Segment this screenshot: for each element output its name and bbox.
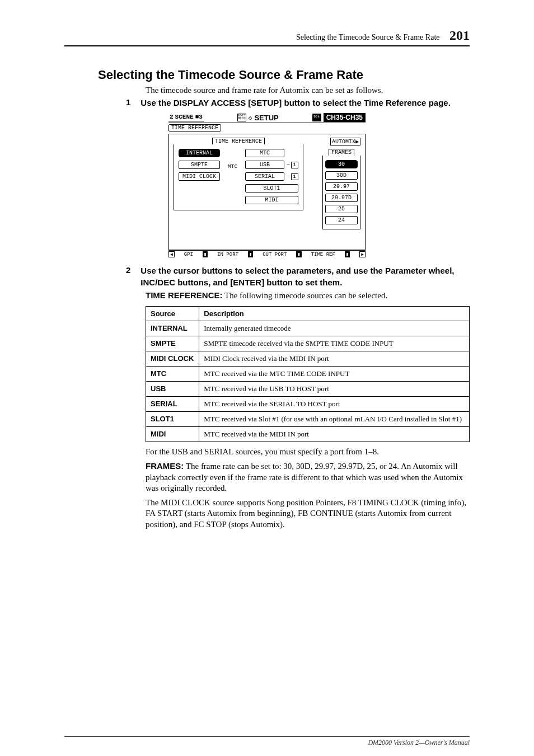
- intro-text: The timecode source and frame rate for A…: [146, 86, 470, 95]
- lcd-channel-label: CH35-CH35: [324, 113, 366, 122]
- desc-midi-clock: MIDI Clock received via the MIDI IN port: [199, 351, 470, 366]
- lcd-src-mtc[interactable]: MTC: [245, 149, 284, 157]
- step-1-number: 1: [126, 97, 130, 109]
- lcd-setup-diamond: ◇: [249, 114, 252, 121]
- lcd-top-tab: TIME REFERENCE: [168, 124, 221, 132]
- table-row: MIDIMTC received via the MIDI IN port: [146, 426, 470, 442]
- lcd-src-midi[interactable]: MIDI: [245, 196, 298, 204]
- src-midi: MIDI: [146, 426, 199, 442]
- table-row: INTERNALInternally generated timecode: [146, 321, 470, 336]
- post-table-note: For the USB and SERIAL sources, you must…: [146, 447, 470, 458]
- desc-usb: MTC received via the USB TO HOST port: [199, 381, 470, 396]
- source-table: Source Description INTERNALInternally ge…: [146, 306, 470, 442]
- edit-midi-icon: EDITMIDI: [237, 114, 246, 121]
- lcd-usb-port: ┄1: [287, 162, 298, 168]
- desc-smpte: SMPTE timecode received via the SMPTE TI…: [199, 336, 470, 351]
- page-title: Selecting the Timecode Source & Frame Ra…: [98, 68, 470, 82]
- frames-rest: The frame rate can be set to: 30, 30D, 2…: [146, 462, 463, 492]
- time-reference-rest: The following timecode sources can be se…: [223, 291, 388, 300]
- lcd-frame-2997d[interactable]: 29.97D: [325, 194, 358, 202]
- lcd-tab-gpi[interactable]: GPI: [184, 252, 193, 257]
- table-row: SLOT1MTC received via Slot #1 (for use w…: [146, 411, 470, 426]
- tab-divider-icon: ▮: [345, 251, 350, 257]
- desc-midi: MTC received via the MIDI IN port: [199, 426, 470, 442]
- lcd-frame-30[interactable]: 30: [325, 160, 358, 168]
- footer-text: DM2000 Version 2—Owner's Manual: [368, 739, 470, 747]
- midi-clock-para: The MIDI CLOCK source supports Song posi…: [146, 497, 470, 530]
- lcd-src-smpte[interactable]: SMPTE: [179, 161, 220, 169]
- header-section-title: Selecting the Timecode Source & Frame Ra…: [296, 33, 440, 41]
- table-header-description: Description: [199, 306, 470, 321]
- lcd-tab-out-port[interactable]: OUT PORT: [263, 252, 287, 257]
- lcd-right-section: AUTOMIX▶ FRAMES 30 30D 29.97 29.97D 25 2…: [322, 138, 360, 238]
- lcd-src-serial[interactable]: SERIAL: [245, 172, 284, 181]
- lcd-left-section: TIME REFERENCE INTERNAL SMPTE MIDI CLOCK…: [174, 138, 303, 238]
- desc-mtc: MTC received via the MTC TIME CODE INPUT: [199, 366, 470, 381]
- lcd-tab-in-port[interactable]: IN PORT: [217, 252, 238, 257]
- lcd-src-midi-clock[interactable]: MIDI CLOCK: [179, 172, 220, 181]
- src-usb: USB: [146, 381, 199, 396]
- channel-icon: 96k: [312, 114, 321, 121]
- lcd-scene-label: SCENE: [175, 114, 194, 120]
- step-2-number: 2: [126, 265, 130, 288]
- lcd-frames-title: FRAMES: [329, 149, 354, 156]
- lcd-frame-2997[interactable]: 29.97: [325, 182, 358, 191]
- time-reference-intro: TIME REFERENCE: The following timecode s…: [146, 290, 470, 300]
- desc-serial: MTC received via the SERIAL TO HOST port: [199, 396, 470, 411]
- table-row: MTCMTC received via the MTC TIME CODE IN…: [146, 366, 470, 381]
- lcd-frame-24[interactable]: 24: [325, 216, 358, 224]
- page-number: 201: [449, 28, 470, 43]
- page-header: Selecting the Timecode Source & Frame Ra…: [64, 28, 470, 46]
- lcd-tab-time-ref[interactable]: TIME REF: [311, 252, 335, 257]
- table-row: SMPTESMPTE timecode received via the SMP…: [146, 336, 470, 351]
- lcd-tab-right-arrow[interactable]: ▶: [359, 251, 366, 257]
- lcd-scene: 2 SCENE ■3: [168, 114, 204, 121]
- table-row: USBMTC received via the USB TO HOST port: [146, 381, 470, 396]
- frames-para: FRAMES: The frame rate can be set to: 30…: [146, 461, 470, 494]
- lcd-usb-port-value[interactable]: 1: [291, 162, 298, 168]
- lcd-time-reference-title: TIME REFERENCE: [212, 138, 265, 144]
- lcd-src-slot1[interactable]: SLOT1: [245, 184, 298, 192]
- tab-divider-icon: ▮: [296, 251, 301, 257]
- step-1-text: Use the DISPLAY ACCESS [SETUP] button to…: [140, 97, 450, 109]
- lcd-mtc-bracket-label: MTC: [228, 149, 237, 204]
- lcd-src-usb[interactable]: USB: [245, 161, 284, 169]
- lcd-scene-num: 2: [170, 114, 174, 120]
- lcd-bottom-tabs: ◀ GPI ▮ IN PORT ▮ OUT PORT ▮ TIME REF ▮ …: [168, 250, 366, 257]
- lcd-serial-port: ┄1: [287, 173, 298, 180]
- lcd-screenshot: 2 SCENE ■3 EDITMIDI ◇ SETUP 96k CH35-CH3…: [168, 113, 366, 257]
- src-midi-clock: MIDI CLOCK: [146, 351, 199, 366]
- lcd-src-internal[interactable]: INTERNAL: [179, 149, 220, 157]
- step-2: 2 Use the cursor buttons to select the p…: [126, 265, 470, 288]
- table-header-source: Source: [146, 306, 199, 321]
- table-row: MIDI CLOCKMIDI Clock received via the MI…: [146, 351, 470, 366]
- lcd-frame-25[interactable]: 25: [325, 205, 358, 213]
- step-2-text: Use the cursor buttons to select the par…: [140, 265, 470, 288]
- footer-rule: [64, 736, 470, 737]
- lcd-serial-port-value[interactable]: 1: [291, 173, 298, 180]
- tab-divider-icon: ▮: [203, 251, 208, 257]
- src-serial: SERIAL: [146, 396, 199, 411]
- desc-slot1: MTC received via Slot #1 (for use with a…: [199, 411, 470, 426]
- step-1: 1 Use the DISPLAY ACCESS [SETUP] button …: [126, 97, 470, 109]
- lcd-setup-label: SETUP: [254, 114, 278, 122]
- frames-label: FRAMES:: [146, 461, 184, 471]
- time-reference-label: TIME REFERENCE:: [146, 290, 223, 300]
- src-mtc: MTC: [146, 366, 199, 381]
- lcd-scene-value: ■3: [195, 114, 203, 120]
- src-slot1: SLOT1: [146, 411, 199, 426]
- lcd-frame-30d[interactable]: 30D: [325, 171, 358, 180]
- desc-internal: Internally generated timecode: [199, 321, 470, 336]
- lcd-tab-left-arrow[interactable]: ◀: [168, 251, 175, 257]
- src-internal: INTERNAL: [146, 321, 199, 336]
- src-smpte: SMPTE: [146, 336, 199, 351]
- table-row: SERIALMTC received via the SERIAL TO HOS…: [146, 396, 470, 411]
- tab-divider-icon: ▮: [248, 251, 253, 257]
- lcd-automix-label: AUTOMIX▶: [330, 138, 360, 145]
